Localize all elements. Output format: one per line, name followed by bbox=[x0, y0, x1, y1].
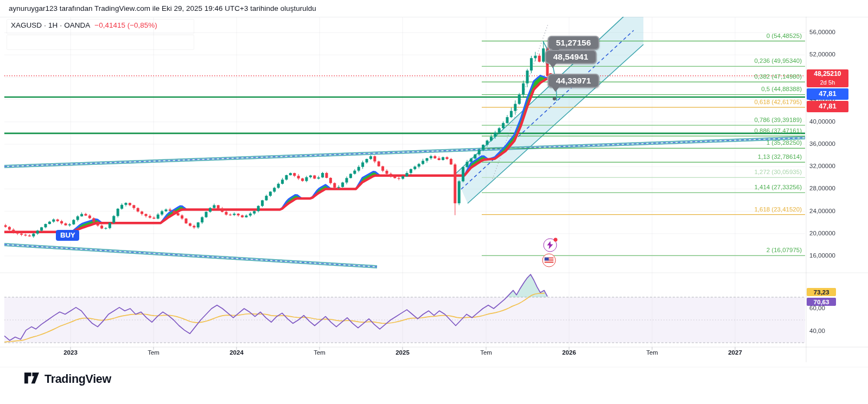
price-axis-label: 20,00000 bbox=[809, 230, 835, 236]
fib-level-label-1_618: 1,618 (23,41520) bbox=[754, 206, 802, 213]
price-axis-label: 16,00000 bbox=[809, 252, 835, 259]
last-price-value: 48,25210 bbox=[814, 70, 841, 78]
rsi-ma-badge: 73,23 bbox=[807, 288, 836, 296]
buy-signal-marker[interactable]: BUY bbox=[56, 230, 79, 241]
fib-level-label-0_618: 0,618 (42,61795) bbox=[754, 99, 802, 105]
fib-level-label-1_414: 1,414 (27,33256) bbox=[754, 184, 802, 190]
price-axis-label: 36,00000 bbox=[809, 140, 835, 147]
price-chart-canvas[interactable] bbox=[0, 0, 868, 404]
rsi-value-badge: 70,63 bbox=[807, 298, 836, 306]
price-callout-mid[interactable]: 48,54941 bbox=[545, 50, 597, 64]
time-axis-label-Tem: Tem bbox=[314, 349, 326, 356]
economic-event-lightning-icon[interactable] bbox=[544, 239, 557, 252]
tradingview-logo-icon bbox=[24, 372, 40, 386]
fib-level-label-0_236: 0,236 (49,95340) bbox=[754, 57, 802, 64]
legend-box-secondary bbox=[7, 35, 194, 50]
lightning-bolt-icon bbox=[547, 241, 554, 249]
fib-level-label-0_786: 0,786 (39,39189) bbox=[754, 117, 802, 123]
price-callout-high[interactable]: 51,27156 bbox=[548, 36, 599, 50]
time-axis-label-Tem: Tem bbox=[148, 349, 159, 356]
price-axis-label: 24,00000 bbox=[809, 208, 835, 214]
price-axis-label: 40,00000 bbox=[809, 118, 835, 125]
supertrend-upper-badge: 47,81 bbox=[807, 88, 848, 100]
time-axis-label-Tem: Tem bbox=[480, 349, 492, 356]
attribution-text: aynuruygar123 tarafından TradingView.com… bbox=[9, 4, 316, 12]
time-axis-label-2026: 2026 bbox=[562, 349, 576, 356]
fib-level-label-0: 0 (54,48525) bbox=[767, 33, 802, 39]
last-price-badge: 48,252102d 5h bbox=[807, 69, 848, 87]
fib-level-label-2: 2 (16,07975) bbox=[767, 247, 802, 253]
us-flag-icon bbox=[545, 257, 554, 264]
price-axis-label: 56,00000 bbox=[809, 29, 835, 35]
fib-level-label-1_272: 1,272 (30,05935) bbox=[754, 169, 802, 175]
time-axis-label-2027: 2027 bbox=[728, 349, 742, 356]
indicator-axis-label: 40,00 bbox=[809, 328, 825, 334]
notification-dot bbox=[554, 238, 558, 242]
fib-level-label-0_382: 0,382 (47,14980) bbox=[754, 73, 802, 80]
legend-change: −0,41415 (−0,85%) bbox=[94, 21, 157, 29]
bar-countdown: 2d 5h bbox=[807, 79, 848, 86]
tradingview-logo[interactable]: TradingView bbox=[24, 372, 111, 386]
us-economic-event-flag-icon[interactable] bbox=[542, 254, 556, 267]
fib-level-label-0_886: 0,886 (37,47161) bbox=[754, 127, 802, 134]
fib-level-label-0_5: 0,5 (44,88388) bbox=[761, 86, 802, 92]
price-callout-low[interactable]: 44,33971 bbox=[548, 74, 599, 88]
time-axis-label-2025: 2025 bbox=[395, 349, 410, 356]
fib-level-label-1_13: 1,13 (32,78614) bbox=[758, 153, 802, 160]
header-divider bbox=[0, 17, 868, 17]
price-axis-label: 28,00000 bbox=[809, 185, 835, 191]
price-axis-label: 52,00000 bbox=[809, 51, 835, 57]
tradingview-snapshot: aynuruygar123 tarafından TradingView.com… bbox=[0, 0, 868, 404]
fib-level-label-1: 1 (35,28250) bbox=[767, 139, 802, 146]
time-axis-label-Tem: Tem bbox=[646, 349, 658, 356]
time-axis-label-2024: 2024 bbox=[229, 349, 244, 356]
price-axis-label: 32,00000 bbox=[809, 163, 835, 169]
time-axis-label-2023: 2023 bbox=[63, 349, 78, 356]
symbol-title: XAGUSD · 1H · OANDA bbox=[11, 21, 90, 29]
supertrend-lower-badge: 47,81 bbox=[807, 101, 848, 112]
tradingview-logo-text: TradingView bbox=[44, 373, 111, 386]
symbol-legend[interactable]: XAGUSD · 1H · OANDA−0,41415 (−0,85%) bbox=[11, 21, 157, 29]
